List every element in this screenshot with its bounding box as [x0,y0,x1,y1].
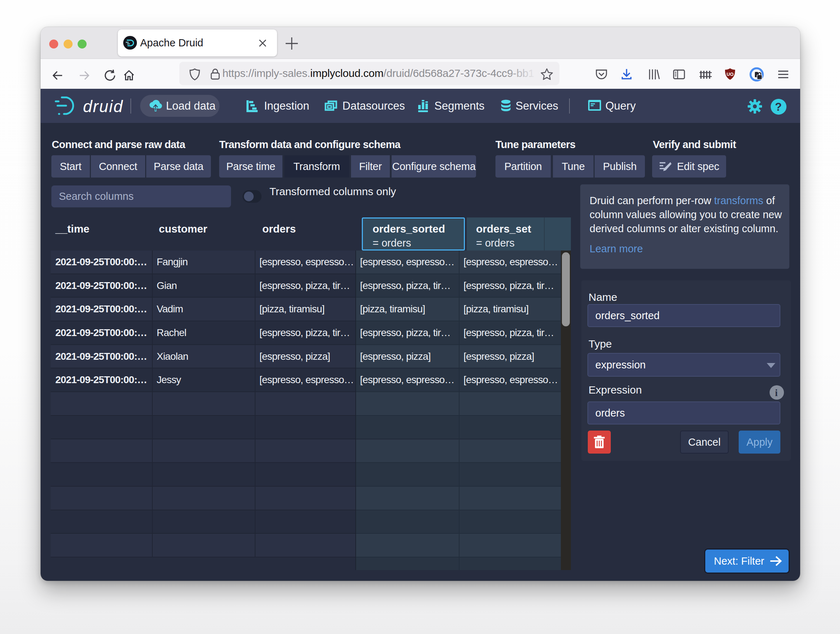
svg-text:UO: UO [726,71,734,77]
